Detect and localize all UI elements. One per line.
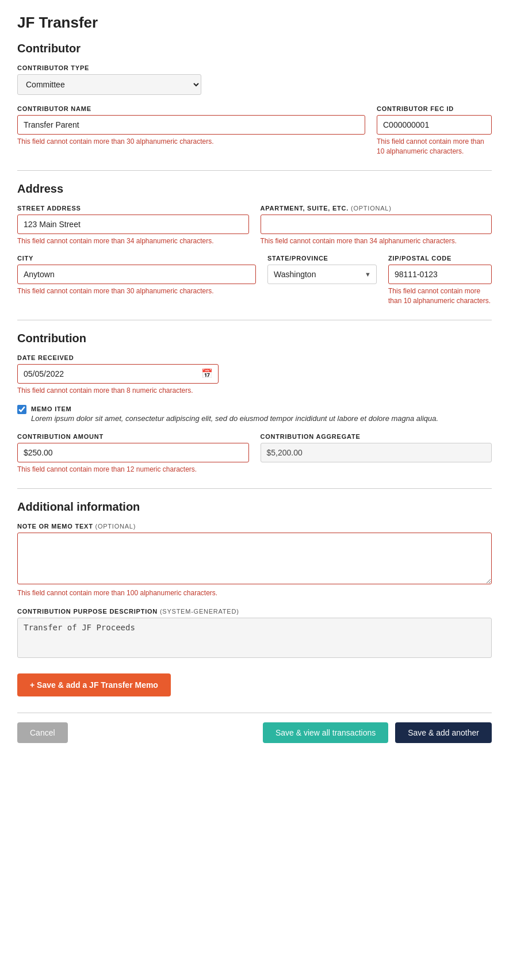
- contributor-name-error: This field cannot contain more than 30 a…: [17, 137, 365, 147]
- purpose-textarea: Transfer of JF Proceeds: [17, 618, 492, 658]
- additional-section-title: Additional information: [17, 500, 492, 514]
- contributor-name-fecid-row: Contributor Name This field cannot conta…: [17, 105, 492, 156]
- contributor-fecid-col: Contributor FEC ID This field cannot con…: [377, 105, 492, 156]
- memo-checkbox[interactable]: [17, 405, 26, 414]
- address-section: Address Street Address This field cannot…: [17, 182, 492, 306]
- page-title: JF Transfer: [17, 14, 492, 32]
- contributor-section: Contributor Contributor Type Committee C…: [17, 42, 492, 156]
- city-input[interactable]: [17, 265, 256, 284]
- state-label: State/Province: [267, 255, 377, 262]
- city-label: City: [17, 255, 256, 262]
- note-error: This field cannot contain more than 100 …: [17, 588, 492, 598]
- footer-row: Cancel Save & view all transactions Save…: [17, 713, 492, 743]
- street-label: Street Address: [17, 205, 249, 212]
- zip-input[interactable]: [388, 265, 492, 284]
- memo-row: Memo Item Lorem ipsum dolor sit amet, co…: [17, 404, 492, 423]
- save-view-button[interactable]: Save & view all transactions: [263, 722, 388, 743]
- city-col: City This field cannot contain more than…: [17, 255, 256, 306]
- cancel-button[interactable]: Cancel: [17, 722, 68, 743]
- amount-input[interactable]: [17, 443, 249, 462]
- amount-error: This field cannot contain more than 12 n…: [17, 465, 249, 474]
- aggregate-label: Contribution Aggregate: [261, 433, 492, 440]
- amount-aggregate-row: Contribution Amount This field cannot co…: [17, 433, 492, 474]
- apt-error: This field cannot contain more than 34 a…: [261, 236, 492, 246]
- city-error: This field cannot contain more than 30 a…: [17, 286, 256, 296]
- additional-section: Additional information Note or Memo Text…: [17, 500, 492, 702]
- contributor-name-col: Contributor Name This field cannot conta…: [17, 105, 365, 156]
- zip-error: This field cannot contain more than 10 a…: [388, 286, 492, 306]
- contributor-type-label: Contributor Type: [17, 64, 492, 71]
- zip-col: ZIP/Postal Code This field cannot contai…: [388, 255, 492, 306]
- date-received-input[interactable]: [17, 364, 219, 384]
- state-select[interactable]: AlabamaAlaskaArizonaArkansasCaliforniaCo…: [267, 265, 377, 284]
- contribution-section-title: Contribution: [17, 332, 492, 345]
- save-jf-memo-button[interactable]: + Save & add a JF Transfer Memo: [17, 673, 171, 696]
- memo-label[interactable]: Memo Item: [31, 405, 71, 412]
- contributor-name-label: Contributor Name: [17, 105, 365, 112]
- note-label: Note or Memo Text (OPTIONAL): [17, 523, 492, 530]
- contribution-section: Contribution Date Received 📅 This field …: [17, 332, 492, 474]
- state-select-wrapper: AlabamaAlaskaArizonaArkansasCaliforniaCo…: [267, 265, 377, 284]
- contributor-section-title: Contributor: [17, 42, 492, 55]
- memo-description: Lorem ipsum dolor sit amet, consectetur …: [31, 414, 438, 423]
- contributor-fecid-label: Contributor FEC ID: [377, 105, 492, 112]
- date-wrapper: 📅: [17, 364, 219, 384]
- state-col: State/Province AlabamaAlaskaArizonaArkan…: [267, 255, 377, 306]
- date-error: This field cannot contain more than 8 nu…: [17, 386, 492, 396]
- aggregate-col: Contribution Aggregate $5,200.00: [261, 433, 492, 474]
- contributor-type-wrapper: Committee: [17, 74, 201, 95]
- street-col: Street Address This field cannot contain…: [17, 205, 249, 246]
- city-state-zip-row: City This field cannot contain more than…: [17, 255, 492, 306]
- apt-label: Apartment, Suite, Etc. (OPTIONAL): [261, 205, 492, 212]
- contribution-additional-divider: [17, 488, 492, 489]
- zip-label: ZIP/Postal Code: [388, 255, 492, 262]
- aggregate-value: $5,200.00: [261, 443, 492, 462]
- address-contribution-divider: [17, 320, 492, 320]
- street-apt-row: Street Address This field cannot contain…: [17, 205, 492, 246]
- save-add-button[interactable]: Save & add another: [395, 722, 492, 743]
- contributor-name-input[interactable]: [17, 115, 365, 135]
- amount-label: Contribution Amount: [17, 433, 249, 440]
- contributor-fecid-input[interactable]: [377, 115, 492, 135]
- address-section-title: Address: [17, 182, 492, 196]
- note-textarea[interactable]: [17, 533, 492, 584]
- apt-col: Apartment, Suite, Etc. (OPTIONAL) This f…: [261, 205, 492, 246]
- street-input[interactable]: [17, 215, 249, 234]
- memo-content: Memo Item Lorem ipsum dolor sit amet, co…: [31, 404, 438, 423]
- contributor-fecid-error: This field cannot contain more than 10 a…: [377, 137, 492, 156]
- contributor-type-select[interactable]: Committee: [17, 74, 201, 95]
- date-received-label: Date Received: [17, 354, 492, 361]
- purpose-label: Contribution Purpose Description (SYSTEM…: [17, 608, 492, 615]
- street-error: This field cannot contain more than 34 a…: [17, 236, 249, 246]
- amount-col: Contribution Amount This field cannot co…: [17, 433, 249, 474]
- apt-input[interactable]: [261, 215, 492, 234]
- contributor-address-divider: [17, 170, 492, 171]
